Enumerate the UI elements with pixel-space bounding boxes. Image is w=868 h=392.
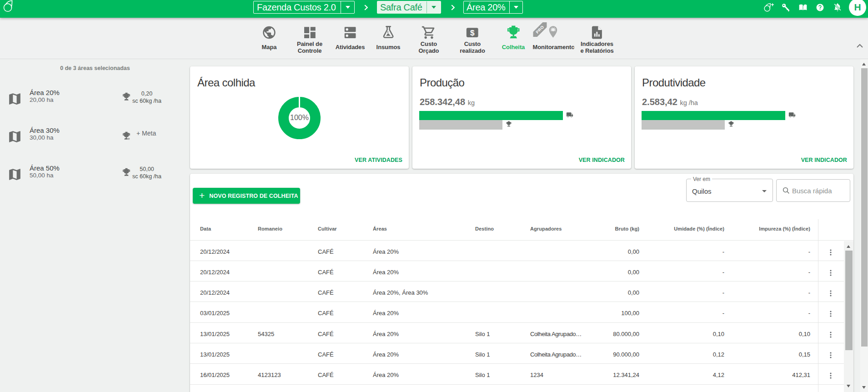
svg-text:100%: 100% (290, 114, 309, 121)
svg-text:$: $ (470, 28, 475, 37)
